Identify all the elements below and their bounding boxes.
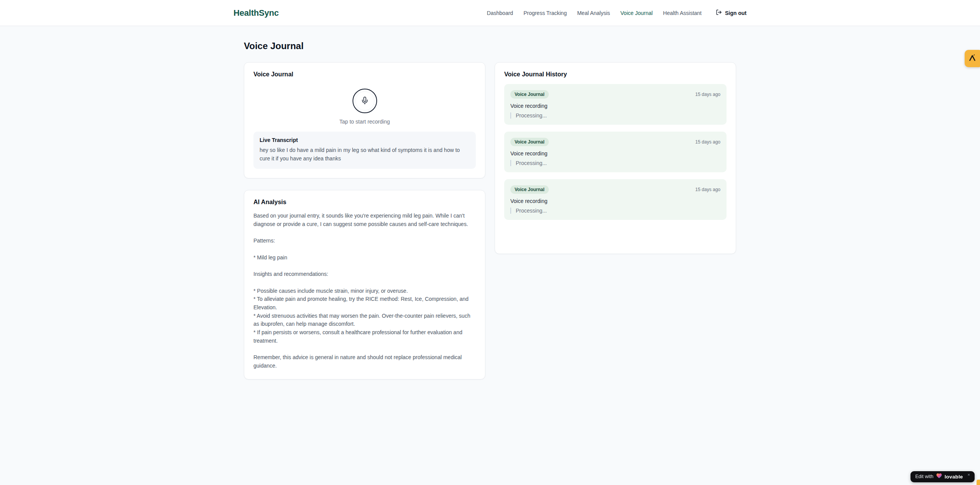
history-entry[interactable]: Voice Journal 15 days ago Voice recordin… [504, 84, 727, 125]
history-entry[interactable]: Voice Journal 15 days ago Voice recordin… [504, 179, 727, 220]
heart-icon [936, 473, 942, 480]
entry-timestamp: 15 days ago [695, 187, 720, 192]
live-transcript-box: Live Transcript hey so like I do have a … [253, 132, 476, 169]
nav-dashboard[interactable]: Dashboard [487, 10, 513, 16]
voice-journal-card-title: Voice Journal [253, 71, 476, 78]
edit-with-label: Edit with [915, 474, 933, 479]
ai-analysis-card-title: AI Analysis [253, 199, 476, 206]
lovable-edit-badge[interactable]: Edit with lovable × [910, 471, 975, 482]
entry-title: Voice recording [510, 103, 720, 109]
voice-journal-history-card: Voice Journal History Voice Journal 15 d… [495, 62, 736, 254]
voice-journal-card: Voice Journal Tap to start recording [244, 62, 485, 178]
ai-analysis-text: Based on your journal entry, it sounds l… [253, 212, 476, 370]
history-entry[interactable]: Voice Journal 15 days ago Voice recordin… [504, 132, 727, 172]
history-card-title: Voice Journal History [504, 71, 727, 78]
lovable-side-badge[interactable] [965, 50, 980, 67]
entry-status: Processing... [510, 160, 720, 166]
close-icon[interactable]: × [968, 472, 970, 477]
entry-type-badge: Voice Journal [510, 90, 549, 99]
nav-voice-journal[interactable]: Voice Journal [621, 10, 653, 16]
main-nav: Dashboard Progress Tracking Meal Analysi… [487, 9, 747, 16]
live-transcript-title: Live Transcript [260, 137, 470, 143]
entry-type-badge: Voice Journal [510, 185, 549, 194]
entry-timestamp: 15 days ago [695, 92, 720, 97]
main-content: Voice Journal Voice Journal [244, 26, 736, 379]
lovable-badge-icon [968, 54, 979, 64]
nav-progress-tracking[interactable]: Progress Tracking [523, 10, 567, 16]
brand-logo[interactable]: HealthSync [233, 8, 279, 18]
corner-fragment [977, 480, 980, 485]
log-out-icon [716, 9, 722, 16]
entry-type-badge: Voice Journal [510, 138, 549, 146]
nav-meal-analysis[interactable]: Meal Analysis [577, 10, 610, 16]
ai-analysis-card: AI Analysis Based on your journal entry,… [244, 190, 485, 379]
sign-out-button[interactable]: Sign out [716, 9, 747, 16]
record-button[interactable] [353, 89, 377, 113]
entry-title: Voice recording [510, 198, 720, 204]
lovable-brand-label: lovable [945, 474, 963, 480]
page-title: Voice Journal [244, 41, 736, 51]
entry-title: Voice recording [510, 150, 720, 157]
top-nav: HealthSync Dashboard Progress Tracking M… [0, 0, 980, 26]
live-transcript-text: hey so like I do have a mild pain in my … [260, 146, 470, 163]
record-hint: Tap to start recording [253, 119, 476, 125]
sign-out-label: Sign out [725, 10, 747, 16]
entry-status: Processing... [510, 208, 720, 214]
entry-status: Processing... [510, 112, 720, 119]
entry-timestamp: 15 days ago [695, 139, 720, 145]
nav-health-assistant[interactable]: Health Assistant [663, 10, 702, 16]
mic-icon [361, 96, 369, 106]
